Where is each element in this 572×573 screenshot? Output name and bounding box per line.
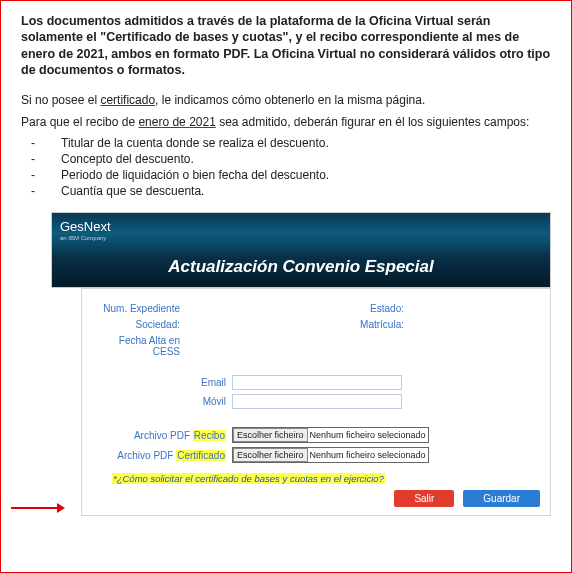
label-email: Email <box>92 377 232 388</box>
p1-underline: certificado <box>100 93 155 107</box>
list-item: Cuantía que se descuenta. <box>31 184 551 198</box>
p2b: sea admitido, deberán figurar en él los … <box>216 115 530 129</box>
certificado-highlight: Certificado <box>176 450 226 461</box>
help-link[interactable]: *¿Cómo solicitar el certificado de bases… <box>112 473 540 484</box>
brand-sub: an IBM Company <box>60 235 111 241</box>
recibo-highlight: Recibo <box>193 430 226 441</box>
page-title: Actualización Convenio Especial <box>52 257 550 277</box>
button-row: Salir Guardar <box>92 490 540 507</box>
app-banner: GesNext an IBM Company Actualización Con… <box>51 212 551 288</box>
label-sociedad: Sociedad: <box>92 319 188 331</box>
intro-p2: Para que el recibo de enero de 2021 sea … <box>21 114 551 130</box>
label-fecha-cess: Fecha Alta en CESS <box>92 335 188 357</box>
bullet-list: Titular de la cuenta donde se realiza el… <box>21 136 551 198</box>
file-input-recibo[interactable]: Escolher ficheiro Nenhum ficheiro seleci… <box>232 427 429 443</box>
red-arrow-annotation <box>11 503 67 513</box>
pdf-prefix: Archivo PDF <box>134 430 193 441</box>
file-none-text: Nenhum ficheiro selecionado <box>310 450 426 460</box>
file-none-text: Nenhum ficheiro selecionado <box>310 430 426 440</box>
email-field[interactable] <box>232 375 402 390</box>
label-num-expediente: Num. Expediente <box>92 303 188 315</box>
salir-button[interactable]: Salir <box>394 490 454 507</box>
list-item: Titular de la cuenta donde se realiza el… <box>31 136 551 150</box>
list-item: Concepto del descuento. <box>31 152 551 166</box>
p2-underline: enero de 2021 <box>138 115 215 129</box>
movil-field[interactable] <box>232 394 402 409</box>
brand-logo: GesNext an IBM Company <box>60 219 111 241</box>
brand-text: GesNext <box>60 219 111 234</box>
guardar-button[interactable]: Guardar <box>463 490 540 507</box>
list-item: Periodo de liquidación o bien fecha del … <box>31 168 551 182</box>
label-pdf-recibo: Archivo PDF Recibo <box>92 430 232 441</box>
form-panel: Num. Expediente Estado: Sociedad: Matríc… <box>81 288 551 516</box>
p2a: Para que el recibo de <box>21 115 138 129</box>
file-choose-button[interactable]: Escolher ficheiro <box>233 448 308 462</box>
label-movil: Móvil <box>92 396 232 407</box>
p1a: Si no posee el <box>21 93 100 107</box>
intro-bold: Los documentos admitidos a través de la … <box>21 13 551 78</box>
file-choose-button[interactable]: Escolher ficheiro <box>233 428 308 442</box>
intro-p1: Si no posee el certificado, le indicamos… <box>21 92 551 108</box>
label-pdf-certificado: Archivo PDF Certificado <box>92 450 232 461</box>
file-input-certificado[interactable]: Escolher ficheiro Nenhum ficheiro seleci… <box>232 447 429 463</box>
label-matricula: Matrícula: <box>316 319 412 331</box>
label-estado: Estado: <box>316 303 412 315</box>
pdf-prefix: Archivo PDF <box>117 450 176 461</box>
p1b: , le indicamos cómo obtenerlo en la mism… <box>155 93 425 107</box>
help-text: *¿Cómo solicitar el certificado de bases… <box>112 473 385 484</box>
app-screenshot: GesNext an IBM Company Actualización Con… <box>51 212 551 516</box>
